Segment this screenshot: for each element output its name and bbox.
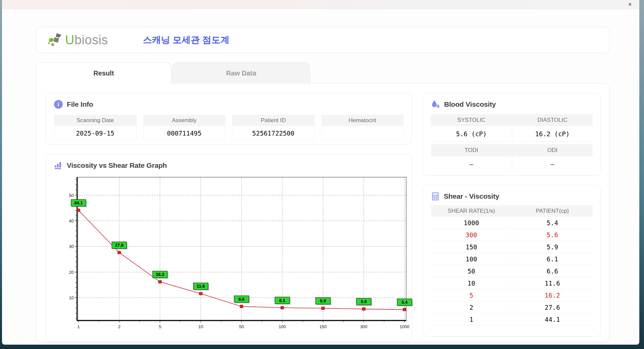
table-row: 144.1	[431, 313, 593, 326]
y-axis-tick-label: 40	[69, 218, 74, 223]
y-axis-tick-label: 50	[69, 193, 74, 198]
logo-letter-u: U	[65, 33, 74, 47]
logo-text: Ubiosis	[65, 33, 108, 47]
patient-viscosity-cell: 6.1	[512, 253, 593, 265]
data-point-label: 44.1	[74, 200, 83, 205]
field-patient-id: Patient ID 52561722500	[232, 115, 315, 140]
x-axis-tick-label: 300	[360, 324, 368, 329]
shear-viscosity-card: Shear - Viscosity SHEAR RATE(1/s) PATIEN…	[423, 185, 601, 337]
odi-value: –	[512, 156, 593, 172]
graph-title: Viscosity vs Shear Rate Graph	[67, 161, 167, 169]
header-card: Ubiosis 스캐닝 모세관 점도계	[36, 27, 609, 53]
patient-viscosity-cell: 27.6	[512, 301, 593, 313]
data-point-label: 16.2	[156, 272, 164, 277]
x-axis-tick-label: 1000	[400, 324, 410, 329]
data-point-marker	[199, 292, 202, 295]
table-row: 1006.1	[431, 253, 593, 265]
table-row: 516.2	[431, 289, 593, 301]
data-point-marker	[118, 251, 121, 254]
x-axis-tick-label: 2	[118, 324, 120, 329]
odi-header: ODI	[512, 144, 593, 156]
data-point-label: 5.6	[361, 299, 367, 304]
bar-chart-icon	[54, 161, 63, 170]
patient-viscosity-cell: 16.2	[512, 289, 593, 301]
graph-card: Viscosity vs Shear Rate Graph 1020304050…	[46, 154, 412, 342]
calculator-icon	[431, 192, 440, 201]
patient-viscosity-cell: 5.6	[512, 229, 593, 241]
x-axis-tick-label: 150	[319, 324, 327, 329]
data-point-marker	[403, 308, 406, 311]
tab-result-label: Result	[93, 69, 114, 77]
shear-rate-column-header: SHEAR RATE(1/s)	[431, 205, 512, 217]
field-value: 2025-09-15	[54, 126, 137, 140]
field-value: 000711495	[143, 126, 226, 140]
shear-rate-cell: 50	[431, 265, 512, 277]
diastolic-header: DIASTOLIC	[512, 114, 593, 126]
shear-rate-cell: 1	[431, 313, 512, 326]
shear-rate-cell: 1000	[431, 217, 512, 229]
data-point-marker	[240, 305, 243, 308]
blood-viscosity-table: SYSTOLIC DIASTOLIC 5.6 (cP) 16.2 (cP) TO…	[431, 114, 593, 172]
data-point-marker	[281, 306, 284, 309]
todi-value: –	[431, 156, 512, 172]
y-axis-tick-label: 30	[69, 244, 74, 249]
field-assembly: Assembly 000711495	[143, 115, 226, 140]
patient-viscosity-cell: 6.6	[512, 265, 593, 277]
field-label: Hematocrit	[321, 115, 404, 126]
data-point-label: 11.6	[197, 284, 205, 289]
patient-viscosity-cell: 5.4	[512, 217, 593, 229]
x-axis-tick-label: 50	[239, 324, 244, 329]
shear-viscosity-title: Shear - Viscosity	[444, 192, 499, 200]
data-point-label: 5.9	[320, 298, 326, 303]
field-scanning-date: Scanning Date 2025-09-15	[54, 115, 137, 140]
systolic-header: SYSTOLIC	[431, 114, 512, 126]
field-value	[321, 126, 404, 140]
data-point-label: 6.1	[279, 298, 285, 303]
info-icon: i	[54, 100, 63, 109]
data-point-marker	[159, 281, 162, 283]
patient-viscosity-cell: 44.1	[512, 313, 593, 326]
tab-raw-data-label: Raw Data	[226, 69, 256, 77]
data-point-marker	[322, 307, 325, 310]
tab-result[interactable]: Result	[36, 62, 171, 84]
data-point-marker	[362, 308, 365, 310]
tab-raw-data[interactable]: Raw Data	[172, 62, 310, 84]
field-value: 52561722500	[232, 126, 315, 140]
table-row: 227.6	[431, 301, 593, 313]
close-icon[interactable]: ×	[626, 0, 634, 8]
table-row: 506.6	[431, 265, 593, 277]
ubiosis-logo: Ubiosis	[48, 33, 108, 47]
logo-rest: biosis	[74, 33, 108, 47]
field-hematocrit: Hematocrit	[321, 115, 404, 140]
patient-viscosity-cell: 5.9	[512, 241, 593, 253]
table-row: 10005.4	[431, 217, 593, 229]
title-bar: ×	[2, 0, 639, 9]
app-title: 스캐닝 모세관 점도계	[143, 34, 229, 46]
y-axis-tick-label: 10	[69, 295, 74, 300]
field-label: Assembly	[143, 115, 226, 126]
shear-rate-cell: 150	[431, 241, 512, 253]
data-point-label: 27.6	[115, 243, 123, 248]
data-point-label: 5.4	[401, 300, 408, 305]
ubiosis-leaf-icon	[48, 33, 63, 47]
shear-rate-cell: 300	[431, 229, 512, 241]
x-axis-tick-label: 100	[279, 324, 286, 329]
file-info-fields: Scanning Date 2025-09-15 Assembly 000711…	[54, 115, 404, 140]
x-axis-tick-label: 5	[159, 324, 161, 329]
y-axis-tick-label: 20	[69, 270, 74, 275]
shear-table-body: 10005.43005.61505.91006.1506.61011.6516.…	[431, 217, 593, 326]
file-info-card: i File Info Scanning Date 2025-09-15 Ass…	[46, 93, 412, 145]
diastolic-value: 16.2 (cP)	[512, 126, 593, 142]
shear-table-header: SHEAR RATE(1/s) PATIENT(cp)	[431, 205, 593, 217]
blood-viscosity-card: Blood Viscosity SYSTOLIC DIASTOLIC 5.6 (…	[423, 93, 601, 176]
shear-rate-cell: 10	[431, 277, 512, 289]
table-row: 3005.6	[431, 229, 593, 241]
data-point-label: 6.6	[238, 297, 245, 302]
app-window: × Ubiosis 스캐닝 모세관 점도계 Result Raw Data i …	[2, 0, 639, 345]
patient-viscosity-cell: 11.6	[512, 277, 593, 289]
shear-rate-cell: 5	[431, 289, 512, 301]
x-axis-tick-label: 1	[77, 324, 79, 329]
field-label: Patient ID	[232, 115, 315, 126]
todi-header: TODI	[431, 144, 512, 156]
file-info-title: File Info	[67, 100, 93, 108]
